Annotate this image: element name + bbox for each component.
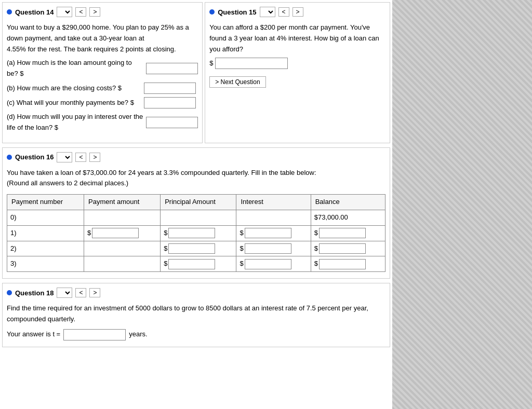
q18-answer-input[interactable] (63, 329, 126, 340)
q15-answer-input[interactable] (215, 58, 288, 69)
q18-body: Find the time required for an investment… (7, 301, 385, 343)
table-row-1: 1) $ $ (7, 225, 385, 241)
q14-label: Question 14 (15, 8, 54, 16)
q14-part-a-input[interactable] (146, 63, 198, 74)
row1-interest-input[interactable] (245, 228, 291, 238)
row3-payment-amount-cell (84, 256, 161, 272)
q15-next-btn[interactable]: > (292, 7, 303, 17)
row3-balance-dollar: $ (314, 258, 318, 269)
question-16-block: Question 16 < > You have taken a loan of… (2, 147, 390, 279)
q14-text: You want to buy a $290,000 home. You pla… (7, 22, 198, 54)
q14-dot (7, 9, 12, 15)
col-header-payment-amount: Payment amount (84, 195, 161, 210)
row3-principal-input[interactable] (168, 259, 215, 269)
col-header-interest: Interest (236, 195, 311, 210)
q16-prev-btn[interactable]: < (75, 153, 86, 162)
table-row-2: 2) $ $ (7, 241, 385, 256)
q14-part-a-label: (a) How much is the loan amount going to… (7, 58, 144, 79)
row2-payment-amount-cell (84, 241, 161, 256)
q18-text: Find the time required for an investment… (7, 303, 385, 325)
row0-payment-num: 0) (7, 210, 84, 225)
row1-payment-amount-cell: $ (84, 225, 161, 241)
q18-header: Question 18 < > (7, 288, 385, 298)
question-18-block: Question 18 < > Find the time required f… (2, 283, 390, 347)
q18-dot (7, 290, 12, 295)
col-header-principal-amount: Principal Amount (161, 195, 236, 210)
q18-answer-suffix: years. (129, 329, 147, 340)
q15-prev-btn[interactable]: < (278, 7, 289, 17)
col-header-payment-number: Payment number (7, 195, 84, 210)
col-header-balance: Balance (311, 195, 385, 210)
row1-payment-input[interactable] (92, 228, 139, 238)
row1-balance-cell: $ (311, 225, 385, 241)
row2-interest-cell: $ (236, 241, 311, 256)
q14-part-d-row: (d) How much will you pay in interest ov… (7, 112, 198, 133)
q15-header: Question 15 < > (209, 7, 385, 17)
q14-part-b-row: (b) How much are the closing costs? $ (7, 83, 198, 94)
q14-part-c-label: (c) What will your monthly payments be? … (7, 98, 142, 108)
row0-principal (161, 210, 236, 225)
q14-part-b-input[interactable] (144, 83, 196, 94)
row2-principal-cell: $ (161, 241, 236, 256)
q14-body: You want to buy a $290,000 home. You pla… (7, 20, 198, 139)
q16-dropdown[interactable] (57, 152, 72, 162)
right-panel (392, 0, 532, 409)
row0-balance: $73,000.00 (311, 210, 385, 225)
table-row-0: 0) $73,000.00 (7, 210, 385, 225)
row1-principal-dollar: $ (164, 228, 167, 239)
row2-balance-input[interactable] (319, 243, 366, 254)
q14-part-a-row: (a) How much is the loan amount going to… (7, 58, 198, 79)
q14-dropdown[interactable] (57, 7, 72, 17)
row0-payment-amount (84, 210, 161, 225)
q15-dot (209, 9, 215, 15)
row3-principal-cell: $ (161, 256, 236, 272)
q14-part-c-row: (c) What will your monthly payments be? … (7, 97, 198, 108)
q14-part-b-label: (b) How much are the closing costs? $ (7, 83, 142, 94)
row3-balance-input[interactable] (319, 259, 366, 269)
q15-label: Question 15 (218, 8, 256, 16)
q16-text: You have taken a loan of $73,000.00 for … (7, 168, 385, 189)
q15-dropdown[interactable] (260, 7, 275, 17)
row0-interest (236, 210, 311, 225)
q18-label: Question 18 (15, 289, 54, 297)
q15-next-question-btn[interactable]: > Next Question (209, 76, 265, 88)
row2-interest-dollar: $ (240, 243, 243, 254)
q16-next-btn[interactable]: > (89, 153, 100, 162)
row3-balance-cell: $ (311, 256, 385, 272)
q14-part-d-input[interactable] (146, 117, 198, 128)
row1-balance-input[interactable] (319, 228, 366, 238)
q16-body: You have taken a loan of $73,000.00 for … (7, 166, 385, 275)
row3-interest-cell: $ (236, 256, 311, 272)
row3-interest-input[interactable] (245, 259, 291, 269)
table-row-3: 3) $ $ (7, 256, 385, 272)
q16-dot (7, 155, 12, 160)
row2-interest-input[interactable] (245, 243, 291, 254)
q18-answer-prefix: Your answer is t = (7, 329, 60, 340)
q15-body: You can afford a $200 per month car paym… (209, 20, 385, 90)
row1-principal-cell: $ (161, 225, 236, 241)
row2-principal-input[interactable] (168, 243, 215, 254)
row1-interest-cell: $ (236, 225, 311, 241)
row1-payment-dollar: $ (87, 228, 91, 239)
loan-amortization-table: Payment number Payment amount Principal … (7, 194, 385, 272)
row2-principal-dollar: $ (164, 243, 167, 254)
q18-dropdown[interactable] (57, 288, 72, 298)
question-14-panel: Question 14 < > You want to buy a $290,0… (2, 2, 203, 143)
q14-next-btn[interactable]: > (89, 7, 100, 17)
q15-answer-row: $ (209, 58, 385, 69)
q18-next-btn[interactable]: > (89, 288, 100, 297)
q18-answer-row: Your answer is t = years. (7, 329, 385, 340)
q14-part-c-input[interactable] (144, 97, 196, 108)
row3-interest-dollar: $ (240, 258, 243, 269)
question-15-panel: Question 15 < > You can afford a $200 pe… (205, 2, 390, 143)
q14-prev-btn[interactable]: < (75, 7, 86, 17)
q16-label: Question 16 (15, 153, 54, 161)
row1-payment-num: 1) (7, 225, 84, 241)
q16-header: Question 16 < > (7, 152, 385, 162)
row2-payment-num: 2) (7, 241, 84, 256)
q15-dollar: $ (209, 58, 213, 69)
row1-principal-input[interactable] (168, 228, 215, 238)
q14-header: Question 14 < > (7, 7, 198, 17)
q15-text: You can afford a $200 per month car paym… (209, 22, 385, 54)
q18-prev-btn[interactable]: < (75, 288, 86, 297)
